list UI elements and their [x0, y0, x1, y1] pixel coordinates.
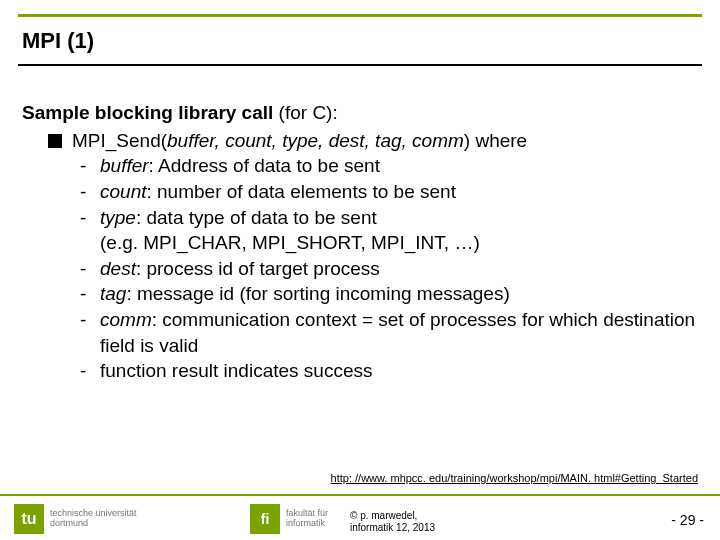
copy-line1: © p. marwedel,	[350, 510, 435, 522]
dash-icon: -	[80, 307, 94, 358]
dash-list: -buffer: Address of data to be sent-coun…	[80, 153, 698, 384]
fi-line2: informatik	[286, 519, 328, 529]
dash-text: type: data type of data to be sent(e.g. …	[100, 205, 698, 256]
logo-tu: tu technische universität dortmund	[14, 504, 137, 534]
param-name: buffer	[100, 155, 149, 176]
dash-item: -dest: process id of target process	[80, 256, 698, 282]
call-suffix: ) where	[464, 130, 527, 151]
param-name: comm	[100, 309, 152, 330]
square-bullet-icon	[48, 134, 62, 148]
param-name: count	[100, 181, 146, 202]
page-suffix: -	[695, 512, 704, 528]
param-desc: : Address of data to be sent	[149, 155, 380, 176]
param-desc: : message id (for sorting incoming messa…	[126, 283, 509, 304]
param-desc: : communication context = set of process…	[100, 309, 695, 356]
dash-item: -tag: message id (for sorting incoming m…	[80, 281, 698, 307]
dash-text: function result indicates success	[100, 358, 698, 384]
intro-rest: (for C):	[273, 102, 337, 123]
param-desc: : data type of data to be sent	[136, 207, 377, 228]
fi-mark-icon: fi	[250, 504, 280, 534]
dash-text: comm: communication context = set of pro…	[100, 307, 698, 358]
param-name: type	[100, 207, 136, 228]
dash-icon: -	[80, 205, 94, 256]
tu-text: technische universität dortmund	[50, 509, 137, 529]
slide-title: MPI (1)	[22, 28, 94, 54]
dash-icon: -	[80, 179, 94, 205]
dash-item: -function result indicates success	[80, 358, 698, 384]
copyright: © p. marwedel, informatik 12, 2013	[350, 510, 435, 534]
call-name: MPI_Send(	[72, 130, 167, 151]
content-block: Sample blocking library call (for C): MP…	[22, 100, 698, 384]
dash-item: -buffer: Address of data to be sent	[80, 153, 698, 179]
dash-item: -count: number of data elements to be se…	[80, 179, 698, 205]
dash-icon: -	[80, 358, 94, 384]
fi-text: fakultät für informatik	[286, 509, 328, 529]
param-desc2: (e.g. MPI_CHAR, MPI_SHORT, MPI_INT, …)	[100, 232, 480, 253]
tu-line2: dortmund	[50, 519, 137, 529]
param-desc: : process id of target process	[136, 258, 380, 279]
bullet-text: MPI_Send(buffer, count, type, dest, tag,…	[72, 128, 527, 154]
dash-icon: -	[80, 281, 94, 307]
top-rule	[18, 14, 702, 17]
logo-fi: fi fakultät für informatik	[250, 504, 328, 534]
title-rule	[18, 64, 702, 66]
dash-icon: -	[80, 256, 94, 282]
page-number: - 29 -	[671, 512, 704, 528]
dash-text: tag: message id (for sorting incoming me…	[100, 281, 698, 307]
tu-mark-icon: tu	[14, 504, 44, 534]
page-num: 29	[680, 512, 696, 528]
param-desc: : number of data elements to be sent	[146, 181, 455, 202]
copy-line2: informatik 12, 2013	[350, 522, 435, 534]
footer: tu technische universität dortmund fi fa…	[0, 494, 720, 540]
dash-text: buffer: Address of data to be sent	[100, 153, 698, 179]
call-args: buffer, count, type, dest, tag, comm	[167, 130, 464, 151]
intro-bold: Sample blocking library call	[22, 102, 273, 123]
dash-text: count: number of data elements to be sen…	[100, 179, 698, 205]
dash-item: -type: data type of data to be sent(e.g.…	[80, 205, 698, 256]
source-link[interactable]: http: //www. mhpcc. edu/training/worksho…	[331, 472, 698, 484]
main-bullet: MPI_Send(buffer, count, type, dest, tag,…	[22, 128, 698, 154]
param-name: dest	[100, 258, 136, 279]
page-prefix: -	[671, 512, 680, 528]
param-name: tag	[100, 283, 126, 304]
dash-text: dest: process id of target process	[100, 256, 698, 282]
dash-item: -comm: communication context = set of pr…	[80, 307, 698, 358]
dash-icon: -	[80, 153, 94, 179]
intro-line: Sample blocking library call (for C):	[22, 100, 698, 126]
